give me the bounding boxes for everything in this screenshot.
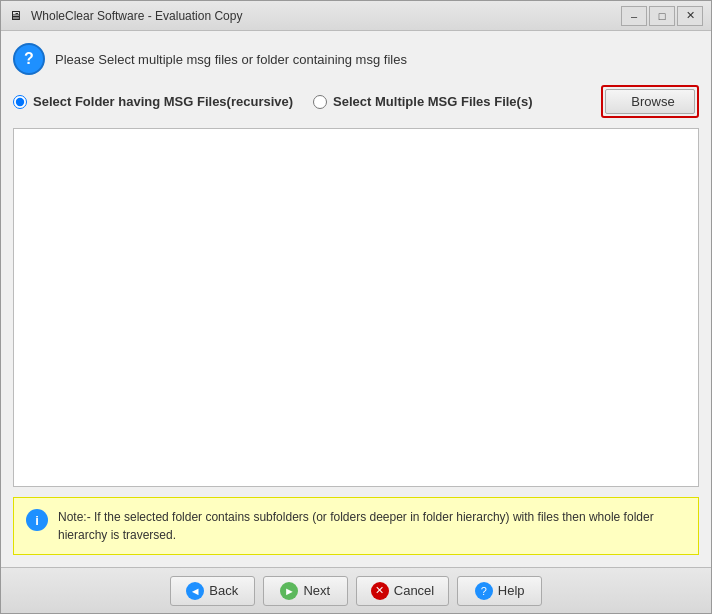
help-icon: ? bbox=[475, 582, 493, 600]
next-button[interactable]: ► Next bbox=[263, 576, 348, 606]
cancel-icon: ✕ bbox=[371, 582, 389, 600]
window-controls: – □ ✕ bbox=[621, 6, 703, 26]
radio-files[interactable] bbox=[313, 95, 327, 109]
title-bar: 🖥 WholeClear Software - Evaluation Copy … bbox=[1, 1, 711, 31]
app-icon: 🖥 bbox=[9, 8, 25, 24]
help-button[interactable]: ? Help bbox=[457, 576, 542, 606]
main-window: 🖥 WholeClear Software - Evaluation Copy … bbox=[0, 0, 712, 614]
content-area: ? Please Select multiple msg files or fo… bbox=[1, 31, 711, 567]
minimize-button[interactable]: – bbox=[621, 6, 647, 26]
note-info-icon: i bbox=[26, 509, 48, 531]
help-label: Help bbox=[498, 583, 525, 598]
cancel-button[interactable]: ✕ Cancel bbox=[356, 576, 449, 606]
next-icon: ► bbox=[280, 582, 298, 600]
header-text: Please Select multiple msg files or fold… bbox=[55, 52, 407, 67]
radio-files-label: Select Multiple MSG Files File(s) bbox=[333, 94, 532, 109]
note-text: Note:- If the selected folder contains s… bbox=[58, 508, 686, 544]
note-bar: i Note:- If the selected folder contains… bbox=[13, 497, 699, 555]
next-label: Next bbox=[303, 583, 330, 598]
maximize-button[interactable]: □ bbox=[649, 6, 675, 26]
back-button[interactable]: ◄ Back bbox=[170, 576, 255, 606]
radio-row: Select Folder having MSG Files(recursive… bbox=[13, 85, 699, 118]
back-label: Back bbox=[209, 583, 238, 598]
info-icon: ? bbox=[13, 43, 45, 75]
radio-folder[interactable] bbox=[13, 95, 27, 109]
radio-option-folder[interactable]: Select Folder having MSG Files(recursive… bbox=[13, 94, 293, 109]
browse-label: Browse bbox=[631, 94, 674, 109]
cancel-label: Cancel bbox=[394, 583, 434, 598]
window-title: WholeClear Software - Evaluation Copy bbox=[31, 9, 621, 23]
back-icon: ◄ bbox=[186, 582, 204, 600]
radio-folder-label: Select Folder having MSG Files(recursive… bbox=[33, 94, 293, 109]
file-list-area[interactable] bbox=[13, 128, 699, 487]
browse-button[interactable]: Browse bbox=[605, 89, 695, 114]
radio-option-files[interactable]: Select Multiple MSG Files File(s) bbox=[313, 94, 532, 109]
header-row: ? Please Select multiple msg files or fo… bbox=[13, 43, 699, 75]
close-button[interactable]: ✕ bbox=[677, 6, 703, 26]
browse-button-wrapper: Browse bbox=[601, 85, 699, 118]
footer: ◄ Back ► Next ✕ Cancel ? Help bbox=[1, 567, 711, 613]
